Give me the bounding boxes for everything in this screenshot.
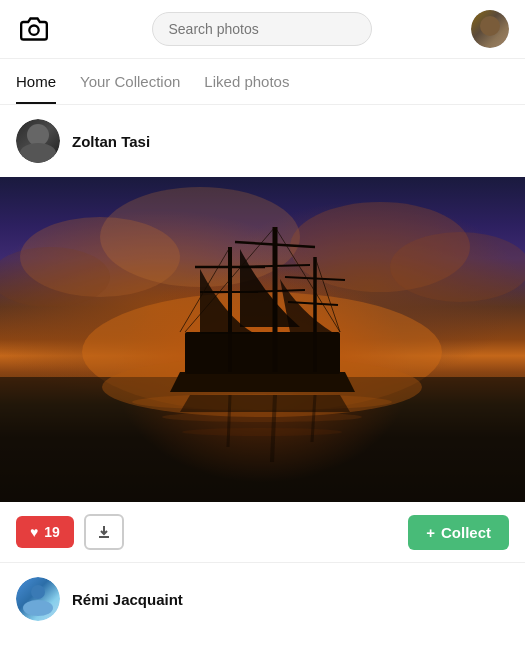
nav-liked[interactable]: Liked photos [204, 59, 289, 104]
photographer-row-1: Zoltan Tasi [0, 105, 525, 177]
ship-photo [0, 177, 525, 502]
heart-icon: ♥ [30, 524, 38, 540]
remi-avatar[interactable] [16, 577, 60, 621]
photographer-name-zoltan: Zoltan Tasi [72, 133, 150, 150]
photo-ship[interactable] [0, 177, 525, 502]
photographer-row-2: Rémi Jacquaint [0, 562, 525, 635]
download-icon [96, 524, 112, 540]
content-area: Zoltan Tasi [0, 105, 525, 635]
avatar-image [471, 10, 509, 48]
svg-point-0 [29, 26, 38, 35]
svg-point-25 [162, 412, 362, 422]
download-button[interactable] [84, 514, 124, 550]
avatar-remi-img [16, 577, 60, 621]
collect-label: Collect [441, 524, 491, 541]
main-nav: Home Your Collection Liked photos [0, 59, 525, 105]
avatar-zoltan-img [16, 119, 60, 163]
user-avatar[interactable] [471, 10, 509, 48]
camera-icon[interactable] [16, 11, 52, 47]
header [0, 0, 525, 59]
collect-plus-icon: + [426, 524, 435, 541]
like-button[interactable]: ♥ 19 [16, 516, 74, 548]
svg-line-27 [228, 395, 230, 447]
photographer-name-remi: Rémi Jacquaint [72, 591, 183, 608]
search-input[interactable] [152, 12, 372, 46]
zoltan-avatar[interactable] [16, 119, 60, 163]
like-count: 19 [44, 524, 60, 540]
nav-home[interactable]: Home [16, 59, 56, 104]
search-bar [64, 12, 459, 46]
svg-point-4 [390, 232, 525, 302]
nav-collection[interactable]: Your Collection [80, 59, 180, 104]
action-bar: ♥ 19 + Collect [0, 502, 525, 562]
collect-button[interactable]: + Collect [408, 515, 509, 550]
svg-point-26 [182, 428, 342, 436]
